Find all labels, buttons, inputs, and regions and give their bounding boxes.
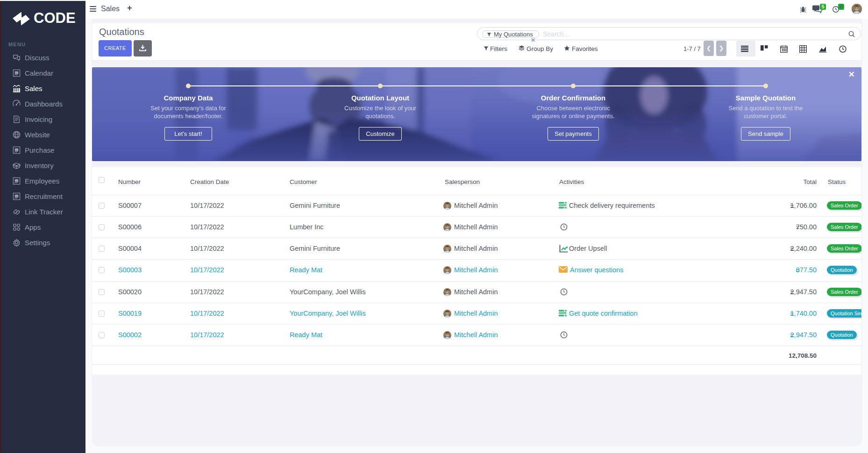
svg-text:CODE: CODE [34, 11, 76, 26]
